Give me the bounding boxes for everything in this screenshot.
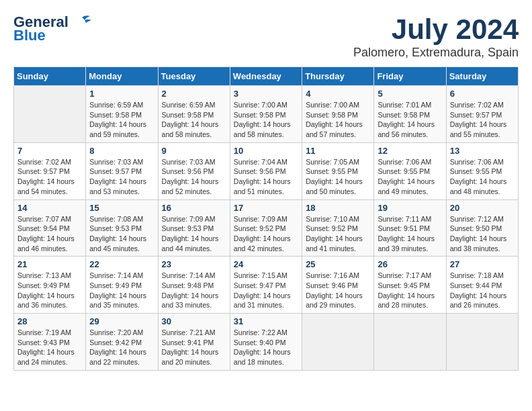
day-number: 22: [89, 259, 154, 269]
calendar-week-row: 7Sunrise: 7:02 AM Sunset: 9:57 PM Daylig…: [14, 142, 519, 199]
calendar-cell: 17Sunrise: 7:09 AM Sunset: 9:52 PM Dayli…: [230, 199, 302, 257]
day-info: Sunrise: 7:01 AM Sunset: 9:58 PM Dayligh…: [378, 100, 442, 140]
calendar-cell: 23Sunrise: 7:14 AM Sunset: 9:48 PM Dayli…: [158, 257, 230, 314]
calendar-cell: [302, 314, 374, 371]
page-header: General Blue July 2024 Palomero, Extrema…: [13, 13, 519, 60]
logo: General Blue: [13, 13, 93, 44]
calendar-cell: [446, 314, 518, 371]
calendar-cell: 28Sunrise: 7:19 AM Sunset: 9:43 PM Dayli…: [14, 314, 86, 371]
logo-blue: Blue: [13, 27, 46, 44]
calendar-week-row: 21Sunrise: 7:13 AM Sunset: 9:49 PM Dayli…: [14, 257, 519, 314]
day-info: Sunrise: 7:11 AM Sunset: 9:51 PM Dayligh…: [378, 214, 442, 254]
day-number: 27: [450, 259, 515, 269]
day-info: Sunrise: 7:09 AM Sunset: 9:53 PM Dayligh…: [162, 214, 226, 254]
day-header-tuesday: Tuesday: [158, 67, 230, 86]
day-number: 5: [378, 89, 442, 99]
day-info: Sunrise: 7:20 AM Sunset: 9:42 PM Dayligh…: [89, 328, 154, 367]
calendar-cell: 16Sunrise: 7:09 AM Sunset: 9:53 PM Dayli…: [158, 199, 230, 257]
calendar-cell: 31Sunrise: 7:22 AM Sunset: 9:40 PM Dayli…: [230, 314, 302, 371]
day-header-friday: Friday: [374, 67, 446, 86]
day-info: Sunrise: 7:16 AM Sunset: 9:46 PM Dayligh…: [306, 271, 370, 310]
day-number: 24: [234, 259, 298, 269]
day-number: 19: [378, 203, 442, 213]
day-number: 14: [17, 203, 82, 213]
day-number: 25: [306, 259, 370, 269]
day-number: 23: [162, 259, 226, 269]
day-info: Sunrise: 7:00 AM Sunset: 9:58 PM Dayligh…: [306, 100, 370, 140]
day-info: Sunrise: 7:15 AM Sunset: 9:47 PM Dayligh…: [234, 271, 298, 310]
day-info: Sunrise: 7:06 AM Sunset: 9:55 PM Dayligh…: [378, 157, 442, 197]
day-info: Sunrise: 7:12 AM Sunset: 9:50 PM Dayligh…: [450, 214, 515, 254]
calendar-cell: 14Sunrise: 7:07 AM Sunset: 9:54 PM Dayli…: [14, 199, 86, 257]
day-header-sunday: Sunday: [14, 67, 86, 86]
day-info: Sunrise: 7:02 AM Sunset: 9:57 PM Dayligh…: [17, 157, 82, 197]
calendar-cell: 12Sunrise: 7:06 AM Sunset: 9:55 PM Dayli…: [374, 142, 446, 199]
calendar-cell: [14, 86, 86, 143]
calendar-cell: 25Sunrise: 7:16 AM Sunset: 9:46 PM Dayli…: [302, 257, 374, 314]
day-info: Sunrise: 7:05 AM Sunset: 9:55 PM Dayligh…: [306, 157, 370, 197]
calendar-table: SundayMondayTuesdayWednesdayThursdayFrid…: [13, 66, 519, 371]
day-number: 15: [89, 203, 154, 213]
day-info: Sunrise: 7:06 AM Sunset: 9:55 PM Dayligh…: [450, 157, 515, 197]
day-info: Sunrise: 7:17 AM Sunset: 9:45 PM Dayligh…: [378, 271, 442, 310]
day-info: Sunrise: 7:03 AM Sunset: 9:56 PM Dayligh…: [162, 157, 226, 197]
calendar-cell: 5Sunrise: 7:01 AM Sunset: 9:58 PM Daylig…: [374, 86, 446, 143]
calendar-subtitle: Palomero, Extremadura, Spain: [353, 46, 519, 60]
day-header-monday: Monday: [86, 67, 158, 86]
calendar-week-row: 28Sunrise: 7:19 AM Sunset: 9:43 PM Dayli…: [14, 314, 519, 371]
day-number: 6: [450, 89, 515, 99]
day-number: 10: [234, 146, 298, 156]
calendar-cell: 21Sunrise: 7:13 AM Sunset: 9:49 PM Dayli…: [14, 257, 86, 314]
day-number: 29: [89, 316, 154, 326]
calendar-week-row: 1Sunrise: 6:59 AM Sunset: 9:58 PM Daylig…: [14, 86, 519, 143]
calendar-cell: 9Sunrise: 7:03 AM Sunset: 9:56 PM Daylig…: [158, 142, 230, 199]
day-number: 13: [450, 146, 515, 156]
day-info: Sunrise: 7:02 AM Sunset: 9:57 PM Dayligh…: [450, 100, 515, 140]
day-info: Sunrise: 7:21 AM Sunset: 9:41 PM Dayligh…: [162, 328, 226, 367]
day-number: 9: [162, 146, 226, 156]
day-number: 2: [162, 89, 226, 99]
day-info: Sunrise: 7:19 AM Sunset: 9:43 PM Dayligh…: [17, 328, 82, 367]
day-info: Sunrise: 7:14 AM Sunset: 9:49 PM Dayligh…: [89, 271, 154, 310]
calendar-cell: 8Sunrise: 7:03 AM Sunset: 9:57 PM Daylig…: [86, 142, 158, 199]
day-info: Sunrise: 7:07 AM Sunset: 9:54 PM Dayligh…: [17, 214, 82, 254]
day-info: Sunrise: 6:59 AM Sunset: 9:58 PM Dayligh…: [162, 100, 226, 140]
calendar-cell: 11Sunrise: 7:05 AM Sunset: 9:55 PM Dayli…: [302, 142, 374, 199]
calendar-cell: 19Sunrise: 7:11 AM Sunset: 9:51 PM Dayli…: [374, 199, 446, 257]
calendar-cell: 10Sunrise: 7:04 AM Sunset: 9:56 PM Dayli…: [230, 142, 302, 199]
calendar-title: July 2024: [353, 13, 519, 46]
calendar-cell: 15Sunrise: 7:08 AM Sunset: 9:53 PM Dayli…: [86, 199, 158, 257]
day-header-wednesday: Wednesday: [230, 67, 302, 86]
day-header-thursday: Thursday: [302, 67, 374, 86]
day-info: Sunrise: 6:59 AM Sunset: 9:58 PM Dayligh…: [89, 100, 154, 140]
calendar-week-row: 14Sunrise: 7:07 AM Sunset: 9:54 PM Dayli…: [14, 199, 519, 257]
day-number: 18: [306, 203, 370, 213]
day-info: Sunrise: 7:22 AM Sunset: 9:40 PM Dayligh…: [234, 328, 298, 367]
day-info: Sunrise: 7:18 AM Sunset: 9:44 PM Dayligh…: [450, 271, 515, 310]
calendar-cell: 18Sunrise: 7:10 AM Sunset: 9:52 PM Dayli…: [302, 199, 374, 257]
day-info: Sunrise: 7:04 AM Sunset: 9:56 PM Dayligh…: [234, 157, 298, 197]
calendar-cell: 4Sunrise: 7:00 AM Sunset: 9:58 PM Daylig…: [302, 86, 374, 143]
calendar-cell: 26Sunrise: 7:17 AM Sunset: 9:45 PM Dayli…: [374, 257, 446, 314]
day-info: Sunrise: 7:14 AM Sunset: 9:48 PM Dayligh…: [162, 271, 226, 310]
calendar-cell: 6Sunrise: 7:02 AM Sunset: 9:57 PM Daylig…: [446, 86, 518, 143]
logo-bird-icon: [71, 15, 93, 30]
calendar-cell: 7Sunrise: 7:02 AM Sunset: 9:57 PM Daylig…: [14, 142, 86, 199]
calendar-cell: 1Sunrise: 6:59 AM Sunset: 9:58 PM Daylig…: [86, 86, 158, 143]
day-number: 4: [306, 89, 370, 99]
day-number: 31: [234, 316, 298, 326]
day-number: 3: [234, 89, 298, 99]
day-number: 8: [89, 146, 154, 156]
day-number: 16: [162, 203, 226, 213]
day-info: Sunrise: 7:13 AM Sunset: 9:49 PM Dayligh…: [17, 271, 82, 310]
day-number: 20: [450, 203, 515, 213]
calendar-cell: 24Sunrise: 7:15 AM Sunset: 9:47 PM Dayli…: [230, 257, 302, 314]
day-number: 21: [17, 259, 82, 269]
day-number: 26: [378, 259, 442, 269]
day-number: 17: [234, 203, 298, 213]
day-number: 7: [17, 146, 82, 156]
day-number: 30: [162, 316, 226, 326]
calendar-cell: 2Sunrise: 6:59 AM Sunset: 9:58 PM Daylig…: [158, 86, 230, 143]
day-number: 12: [378, 146, 442, 156]
calendar-header-row: SundayMondayTuesdayWednesdayThursdayFrid…: [14, 67, 519, 86]
